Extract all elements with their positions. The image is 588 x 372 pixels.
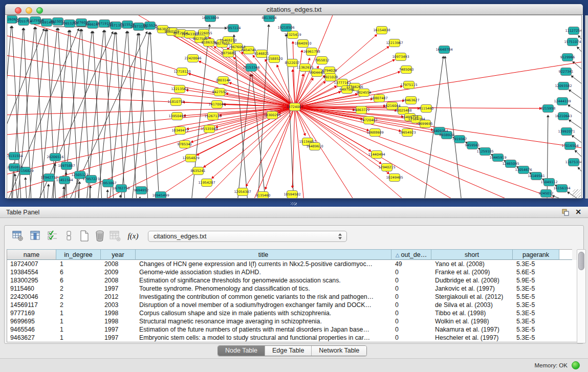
graph-edge[interactable]	[295, 107, 355, 198]
table-cell[interactable]: 0	[392, 268, 432, 276]
table-cell[interactable]: 18724007	[7, 260, 57, 268]
table-source-select[interactable]: citations_edges.txt	[148, 231, 347, 242]
table-row[interactable]: 1456911722003Disruption of a novel membe…	[7, 301, 577, 309]
table-cell[interactable]: 5.3E-5	[513, 325, 560, 334]
graph-edge[interactable]	[26, 180, 27, 198]
checklist-icon[interactable]	[47, 230, 59, 242]
graph-edge[interactable]	[579, 169, 581, 179]
table-cell[interactable]: 5.6E-5	[513, 268, 560, 276]
graph-edge[interactable]	[292, 107, 295, 186]
table-cell[interactable]: 5.3E-5	[513, 301, 560, 309]
table-cell[interactable]: Hescheler et al. (1997)	[432, 334, 513, 342]
table-cell[interactable]: 1997	[101, 285, 136, 293]
table-cell[interactable]: 1	[57, 334, 101, 342]
table-cell[interactable]: 0	[392, 293, 432, 301]
table-cell[interactable]: 2008	[101, 276, 136, 285]
graph-edge[interactable]	[47, 186, 49, 198]
graph-edge[interactable]	[578, 49, 581, 59]
graph-edge[interactable]	[295, 107, 399, 130]
table-cell[interactable]: 2009	[101, 268, 136, 276]
table-cell[interactable]: Dudbridge et al. (2008)	[432, 276, 513, 285]
select-columns-icon[interactable]	[29, 230, 41, 242]
table-cell[interactable]: 9463627	[7, 334, 57, 342]
table-cell[interactable]: 0	[392, 325, 432, 334]
float-panel-icon[interactable]	[561, 208, 570, 216]
table-cell[interactable]: 0	[392, 309, 432, 317]
table-cell[interactable]: 9777169	[7, 309, 57, 317]
table-cell[interactable]: 1998	[101, 309, 136, 317]
table-cell[interactable]: 2	[57, 301, 101, 309]
table-cell[interactable]: 9115460	[7, 285, 57, 293]
graph-edge[interactable]	[7, 107, 295, 156]
network-canvas[interactable]: 1872400776638229860129891295416543392182…	[7, 15, 582, 199]
table-cell[interactable]: 2012	[101, 293, 136, 301]
table-cell[interactable]: Wolkin et al. (1998)	[432, 317, 513, 325]
table-cell[interactable]: Structural magnetic resonance image aver…	[136, 317, 392, 325]
table-cell[interactable]: 5.5E-5	[513, 293, 560, 301]
table-row[interactable]: 969969511998Structural magnetic resonanc…	[7, 317, 577, 325]
table-settings-icon[interactable]	[12, 230, 24, 242]
graph-edge[interactable]	[293, 43, 295, 107]
graph-edge[interactable]	[7, 28, 11, 198]
table-cell[interactable]: 9699695	[7, 317, 57, 325]
table-cell[interactable]: 2008	[101, 260, 136, 268]
table-cell[interactable]: Stergiakouli et al. (2012)	[432, 293, 513, 301]
table-cell[interactable]: 22420046	[7, 293, 57, 301]
table-cell[interactable]: Franke et al. (2009)	[432, 268, 513, 276]
table-cell[interactable]: 9465546	[7, 325, 57, 334]
new-file-icon[interactable]	[78, 230, 91, 242]
table-cell[interactable]: Disruption of a novel member of a sodium…	[136, 301, 392, 309]
graph-edge[interactable]	[99, 107, 295, 198]
tab-edge-table[interactable]: Edge Table	[265, 346, 312, 356]
table-row[interactable]: 2242004622012Investigating the contribut…	[7, 293, 577, 301]
table-cell[interactable]: Tibbo et al. (1998)	[432, 309, 513, 317]
column-header-title[interactable]: title	[136, 249, 391, 260]
table-cell[interactable]: 5.3E-5	[513, 285, 560, 293]
table-row[interactable]: 946554611997Estimation of the future num…	[7, 325, 577, 334]
column-header-short[interactable]: short	[431, 249, 513, 260]
table-cell[interactable]: 6	[57, 268, 101, 276]
table-cell[interactable]: 6	[57, 276, 101, 285]
table-cell[interactable]: de Silva et al. (2003)	[432, 301, 513, 309]
window-titlebar[interactable]: citations_edges.txt	[5, 4, 583, 15]
table-cell[interactable]: 18300295	[7, 276, 57, 285]
table-row[interactable]: 946362711997Embryonic stem cells: a mode…	[7, 334, 577, 342]
column-header-name[interactable]: name	[7, 249, 56, 260]
graph-edge[interactable]	[79, 184, 79, 198]
table-cell[interactable]: Changes of HCN gene expression and I(f) …	[136, 260, 392, 268]
table-cell[interactable]: 5.3E-5	[513, 309, 560, 317]
panel-divider[interactable]	[0, 198, 588, 207]
tab-network-table[interactable]: Network Table	[312, 346, 366, 356]
table-cell[interactable]: 5.3E-5	[513, 260, 560, 268]
table-cell[interactable]: Corpus callosum shape and size in male p…	[136, 309, 392, 317]
delete-table-icon[interactable]	[109, 230, 121, 242]
table-cell[interactable]: Nakamura et al. (1997)	[432, 325, 513, 334]
table-cell[interactable]: 2003	[101, 301, 136, 309]
graph-edge[interactable]	[574, 63, 581, 74]
divider-handle[interactable]	[291, 202, 297, 205]
table-vertical-scrollbar[interactable]	[577, 249, 586, 343]
table-row[interactable]: 1938455462009Genome-wide association stu…	[7, 268, 577, 276]
tab-node-table[interactable]: Node Table	[218, 346, 265, 356]
graph-edge[interactable]	[234, 37, 248, 198]
table-row[interactable]: 1872400712008Changes of HCN gene express…	[7, 260, 577, 268]
close-panel-icon[interactable]: ✕	[575, 208, 582, 216]
table-cell[interactable]: 1	[57, 325, 101, 334]
column-header-out-degree[interactable]: △out_de…	[391, 249, 431, 260]
column-header-pagerank[interactable]: pagerank	[513, 249, 559, 260]
graph-edge[interactable]	[571, 91, 581, 103]
table-cell[interactable]: 2	[57, 285, 101, 293]
graph-edge[interactable]	[445, 58, 462, 198]
table-cell[interactable]: Embryonic stem cells: a model to study s…	[136, 334, 392, 342]
table-cell[interactable]: 1997	[101, 325, 136, 334]
table-cell[interactable]: 5.9E-5	[513, 276, 560, 285]
delete-icon[interactable]	[94, 230, 106, 242]
table-cell[interactable]: 19384554	[7, 268, 57, 276]
table-cell[interactable]: 0	[392, 317, 432, 325]
table-cell[interactable]: 49	[392, 260, 432, 268]
table-cell[interactable]: 5.3E-5	[513, 317, 560, 325]
table-cell[interactable]: 2	[57, 293, 101, 301]
table-cell[interactable]: 1997	[101, 334, 136, 342]
column-header-year[interactable]: year	[101, 249, 136, 260]
table-cell[interactable]: Estimation of significance thresholds fo…	[136, 276, 392, 285]
